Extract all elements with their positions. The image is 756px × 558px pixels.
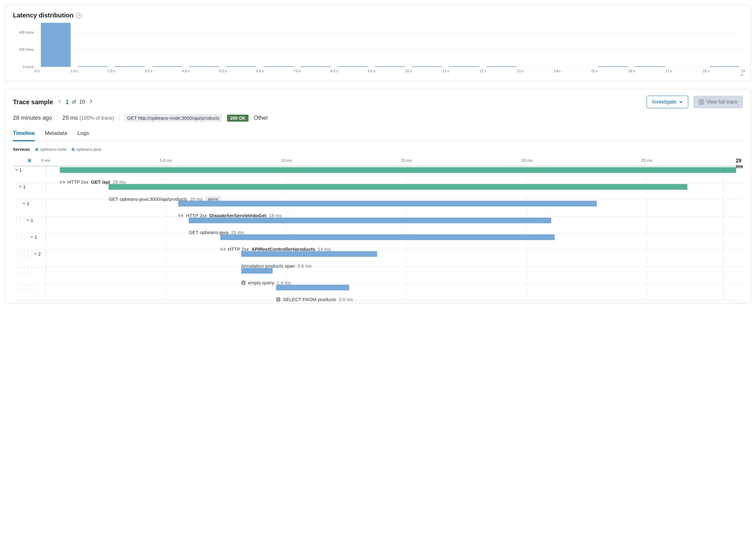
svg-point-8 bbox=[242, 281, 245, 282]
span-bar[interactable] bbox=[241, 251, 377, 257]
span-toggle-cell[interactable]: 1 bbox=[13, 233, 46, 241]
chevron-down-icon[interactable] bbox=[26, 218, 29, 223]
pager-current[interactable]: 1 bbox=[66, 99, 69, 105]
divider bbox=[119, 115, 120, 122]
chart-bar[interactable] bbox=[375, 66, 405, 67]
chevron-down-icon[interactable] bbox=[34, 252, 37, 256]
span-bar[interactable] bbox=[220, 234, 555, 240]
y-tick: 0 trans. bbox=[13, 65, 34, 69]
help-icon[interactable]: ? bbox=[76, 13, 82, 18]
span-bar[interactable] bbox=[109, 184, 687, 190]
services-legend: Services opbeans-node opbeans-java bbox=[13, 147, 743, 152]
span-bar[interactable] bbox=[276, 285, 349, 290]
span-row[interactable]: 1GET opbeans-java15 ms bbox=[13, 217, 743, 233]
chart-bar[interactable] bbox=[301, 66, 331, 67]
x-tick: 7.0 s bbox=[293, 69, 301, 73]
tab-metadata[interactable]: Metadata bbox=[45, 127, 68, 141]
span-row[interactable]: 2Annotation products span5.6 ms bbox=[13, 250, 743, 267]
chart-bar[interactable] bbox=[487, 66, 516, 67]
x-tick: 17 s bbox=[666, 69, 672, 73]
x-tick: 3.0 s bbox=[145, 69, 152, 73]
collapse-all-button[interactable] bbox=[27, 158, 32, 164]
span-row[interactable]: empty query1.4 ms bbox=[13, 267, 743, 284]
pager-of: of bbox=[72, 99, 76, 105]
span-toggle-cell[interactable]: 1 bbox=[13, 200, 46, 207]
chevron-down-icon[interactable] bbox=[30, 235, 33, 239]
pager-next-button[interactable] bbox=[88, 99, 94, 105]
span-children-count: 1 bbox=[19, 168, 22, 173]
span-toggle-cell[interactable]: 1 bbox=[13, 217, 46, 224]
chart-bar[interactable] bbox=[264, 66, 293, 67]
view-full-trace-button[interactable]: View full trace bbox=[693, 96, 743, 108]
span-children-count: 1 bbox=[34, 235, 37, 240]
span-row[interactable]: SELECT FROM products3.0 ms bbox=[13, 284, 743, 301]
x-tick: 1.0 s bbox=[70, 69, 78, 73]
ruler-tick: 10 ms bbox=[281, 158, 292, 163]
chart-bar[interactable] bbox=[598, 66, 628, 67]
chart-bar[interactable] bbox=[709, 66, 739, 67]
latency-distribution-panel: Latency distribution ? 0 trans.200 trans… bbox=[5, 5, 751, 81]
span-toggle-cell[interactable]: 1 bbox=[13, 166, 46, 174]
x-tick: 6.0 s bbox=[256, 69, 264, 73]
span-bar[interactable] bbox=[178, 201, 596, 206]
chart-bar[interactable] bbox=[152, 66, 182, 67]
chevron-down-icon[interactable] bbox=[15, 168, 18, 172]
span-children-count: 1 bbox=[31, 218, 33, 223]
latency-title: Latency distribution bbox=[13, 12, 74, 19]
svg-point-9 bbox=[277, 298, 280, 299]
x-tick: 2.0 s bbox=[108, 69, 115, 73]
span-children-count: 1 bbox=[27, 201, 29, 206]
chart-bar[interactable] bbox=[412, 66, 442, 67]
span-toggle-cell[interactable]: 2 bbox=[13, 250, 46, 258]
dot-blue-icon bbox=[72, 148, 75, 151]
span-row[interactable]: 1HTTP 2xxAPIRestController#products14 ms bbox=[13, 233, 743, 250]
x-tick: 13 s bbox=[517, 69, 523, 73]
chevron-down-icon[interactable] bbox=[19, 185, 22, 189]
chart-bar[interactable] bbox=[189, 66, 219, 67]
span-row[interactable]: 1HTTP 2xxGET /api29 ms bbox=[13, 166, 743, 183]
trace-info-row: 28 minutes ago 29 ms (100% of trace) GET… bbox=[13, 114, 743, 122]
span-row[interactable]: 1GET opbeans-java:3000/api/products25 ms… bbox=[13, 183, 743, 200]
legend-node-label: opbeans-node bbox=[40, 147, 67, 152]
chart-bar[interactable] bbox=[41, 23, 71, 67]
x-tick: 12 s bbox=[479, 69, 486, 73]
chevron-down-icon[interactable] bbox=[23, 201, 26, 206]
investigate-label: Investigate bbox=[652, 99, 676, 105]
span-toggle-cell[interactable]: 1 bbox=[13, 183, 46, 191]
database-icon bbox=[276, 297, 281, 302]
chevron-down-icon bbox=[679, 100, 683, 104]
span-row[interactable]: 1HTTP 2xxDispatcherServlet#doGet18 ms bbox=[13, 200, 743, 217]
tab-timeline[interactable]: Timeline bbox=[13, 127, 35, 141]
ruler-tick: 0 ms bbox=[42, 158, 50, 163]
chart-bar[interactable] bbox=[227, 66, 256, 67]
trace-pager: 1 of 10 bbox=[57, 99, 94, 105]
chart-bar[interactable] bbox=[449, 66, 479, 67]
x-tick: 0 s bbox=[35, 69, 40, 73]
span-bar[interactable] bbox=[241, 268, 272, 274]
chart-bar[interactable] bbox=[78, 66, 108, 67]
investigate-button[interactable]: Investigate bbox=[647, 96, 688, 108]
span-children-count: 2 bbox=[38, 251, 41, 256]
pager-prev-button[interactable] bbox=[57, 99, 63, 105]
x-tick: 10 s bbox=[405, 69, 412, 73]
trace-pct: (100% of trace) bbox=[79, 115, 114, 121]
trace-sample-title: Trace sample bbox=[13, 99, 53, 106]
x-tick: 15 s bbox=[591, 69, 598, 73]
x-tick: 16 s bbox=[628, 69, 635, 73]
latency-title-row: Latency distribution ? bbox=[13, 12, 743, 19]
legend-java-label: opbeans-java bbox=[77, 147, 101, 152]
tab-logs[interactable]: Logs bbox=[78, 127, 89, 141]
timeline-body: 1HTTP 2xxGET /api29 ms1GET opbeans-java:… bbox=[13, 166, 743, 301]
trace-sample-panel: Trace sample 1 of 10 Investigate bbox=[5, 89, 751, 303]
chart-bar[interactable] bbox=[115, 66, 145, 67]
span-bar[interactable] bbox=[60, 167, 736, 173]
ruler-tick: 20 ms bbox=[521, 158, 532, 163]
chart-bar[interactable] bbox=[338, 66, 368, 67]
span-bar[interactable] bbox=[189, 218, 551, 223]
trace-tabs: Timeline Metadata Logs bbox=[13, 127, 743, 141]
chart-bar[interactable] bbox=[635, 66, 665, 67]
x-tick: 11 s bbox=[443, 69, 449, 73]
span-name: SELECT FROM products bbox=[283, 297, 336, 302]
timeline-ruler: 0 ms5.0 ms10 ms15 ms20 ms25 ms29 ms bbox=[13, 156, 743, 166]
x-tick: 5.0 s bbox=[219, 69, 227, 73]
